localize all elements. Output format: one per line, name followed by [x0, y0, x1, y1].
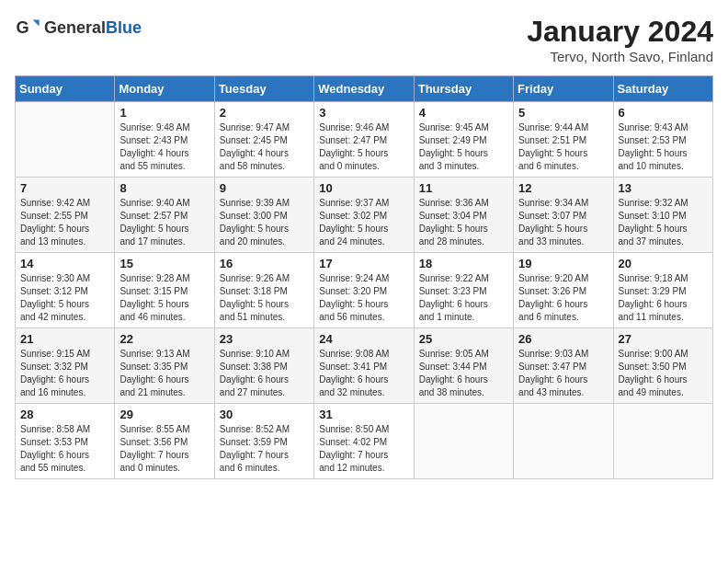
day-info: Sunrise: 9:36 AM Sunset: 3:04 PM Dayligh… — [419, 197, 508, 248]
day-info: Sunrise: 9:45 AM Sunset: 2:49 PM Dayligh… — [419, 121, 508, 173]
day-number: 13 — [619, 181, 708, 195]
calendar-week-row: 1Sunrise: 9:48 AM Sunset: 2:43 PM Daylig… — [16, 102, 713, 178]
calendar-cell: 19Sunrise: 9:20 AM Sunset: 3:26 PM Dayli… — [514, 253, 613, 328]
day-number: 21 — [20, 332, 109, 346]
day-info: Sunrise: 9:32 AM Sunset: 3:10 PM Dayligh… — [619, 197, 708, 248]
day-info: Sunrise: 9:18 AM Sunset: 3:29 PM Dayligh… — [619, 272, 708, 324]
calendar-week-row: 14Sunrise: 9:30 AM Sunset: 3:12 PM Dayli… — [16, 253, 713, 328]
day-info: Sunrise: 9:13 AM Sunset: 3:35 PM Dayligh… — [119, 348, 209, 399]
day-number: 9 — [220, 181, 309, 195]
calendar-cell: 21Sunrise: 9:15 AM Sunset: 3:32 PM Dayli… — [16, 328, 115, 404]
day-number: 5 — [518, 106, 608, 120]
calendar-cell: 28Sunrise: 8:58 AM Sunset: 3:53 PM Dayli… — [16, 404, 115, 479]
day-number: 23 — [220, 332, 309, 346]
day-info: Sunrise: 9:30 AM Sunset: 3:12 PM Dayligh… — [20, 272, 109, 324]
calendar-cell — [16, 102, 115, 178]
day-number: 4 — [419, 106, 508, 120]
calendar-body: 1Sunrise: 9:48 AM Sunset: 2:43 PM Daylig… — [16, 102, 713, 479]
day-info: Sunrise: 8:55 AM Sunset: 3:56 PM Dayligh… — [119, 423, 209, 475]
day-of-week-header: Sunday — [16, 76, 115, 102]
day-info: Sunrise: 9:20 AM Sunset: 3:26 PM Dayligh… — [518, 272, 608, 324]
day-number: 1 — [119, 106, 209, 120]
day-number: 12 — [518, 181, 608, 195]
calendar-cell: 23Sunrise: 9:10 AM Sunset: 3:38 PM Dayli… — [214, 328, 313, 404]
day-number: 11 — [419, 181, 508, 195]
day-number: 17 — [319, 257, 408, 270]
day-number: 3 — [319, 106, 408, 120]
day-info: Sunrise: 9:15 AM Sunset: 3:32 PM Dayligh… — [20, 348, 109, 399]
day-number: 2 — [220, 106, 309, 120]
day-number: 27 — [619, 332, 708, 346]
day-number: 10 — [319, 181, 408, 195]
calendar-header-row: SundayMondayTuesdayWednesdayThursdayFrid… — [16, 76, 713, 102]
month-title: January 2024 — [527, 15, 713, 49]
calendar-cell: 16Sunrise: 9:26 AM Sunset: 3:18 PM Dayli… — [214, 253, 313, 328]
calendar-cell: 8Sunrise: 9:40 AM Sunset: 2:57 PM Daylig… — [115, 178, 214, 253]
day-number: 18 — [419, 257, 508, 270]
day-of-week-header: Thursday — [414, 76, 513, 102]
day-of-week-header: Wednesday — [314, 76, 414, 102]
calendar-week-row: 21Sunrise: 9:15 AM Sunset: 3:32 PM Dayli… — [16, 328, 713, 404]
day-info: Sunrise: 9:43 AM Sunset: 2:53 PM Dayligh… — [619, 121, 708, 173]
day-of-week-header: Saturday — [613, 76, 712, 102]
calendar-cell: 30Sunrise: 8:52 AM Sunset: 3:59 PM Dayli… — [214, 404, 313, 479]
day-info: Sunrise: 9:47 AM Sunset: 2:45 PM Dayligh… — [220, 121, 309, 173]
day-number: 14 — [20, 257, 109, 270]
calendar-cell: 20Sunrise: 9:18 AM Sunset: 3:29 PM Dayli… — [613, 253, 712, 328]
svg-text:G: G — [16, 18, 28, 37]
day-info: Sunrise: 9:05 AM Sunset: 3:44 PM Dayligh… — [419, 348, 508, 399]
day-number: 28 — [20, 408, 109, 421]
calendar-cell: 22Sunrise: 9:13 AM Sunset: 3:35 PM Dayli… — [115, 328, 214, 404]
day-of-week-header: Friday — [514, 76, 613, 102]
calendar-cell: 18Sunrise: 9:22 AM Sunset: 3:23 PM Dayli… — [414, 253, 513, 328]
day-number: 16 — [220, 257, 309, 270]
logo-text-general: General — [44, 18, 106, 37]
day-info: Sunrise: 9:08 AM Sunset: 3:41 PM Dayligh… — [319, 348, 408, 399]
day-number: 15 — [119, 257, 209, 270]
day-info: Sunrise: 9:28 AM Sunset: 3:15 PM Dayligh… — [119, 272, 209, 324]
calendar-cell: 6Sunrise: 9:43 AM Sunset: 2:53 PM Daylig… — [613, 102, 712, 178]
calendar-cell — [414, 404, 513, 479]
day-info: Sunrise: 9:26 AM Sunset: 3:18 PM Dayligh… — [220, 272, 309, 324]
day-info: Sunrise: 9:03 AM Sunset: 3:47 PM Dayligh… — [518, 348, 608, 399]
day-number: 20 — [619, 257, 708, 270]
day-info: Sunrise: 8:52 AM Sunset: 3:59 PM Dayligh… — [220, 423, 309, 475]
day-info: Sunrise: 9:00 AM Sunset: 3:50 PM Dayligh… — [619, 348, 708, 399]
calendar-week-row: 28Sunrise: 8:58 AM Sunset: 3:53 PM Dayli… — [16, 404, 713, 479]
day-info: Sunrise: 9:46 AM Sunset: 2:47 PM Dayligh… — [319, 121, 408, 173]
logo-icon: G — [15, 15, 40, 40]
day-number: 25 — [419, 332, 508, 346]
calendar-cell: 29Sunrise: 8:55 AM Sunset: 3:56 PM Dayli… — [115, 404, 214, 479]
day-number: 30 — [220, 408, 309, 421]
calendar-cell: 1Sunrise: 9:48 AM Sunset: 2:43 PM Daylig… — [115, 102, 214, 178]
calendar-cell: 3Sunrise: 9:46 AM Sunset: 2:47 PM Daylig… — [314, 102, 414, 178]
day-info: Sunrise: 8:50 AM Sunset: 4:02 PM Dayligh… — [319, 423, 408, 475]
day-info: Sunrise: 9:37 AM Sunset: 3:02 PM Dayligh… — [319, 197, 408, 248]
calendar-cell: 13Sunrise: 9:32 AM Sunset: 3:10 PM Dayli… — [613, 178, 712, 253]
day-info: Sunrise: 9:34 AM Sunset: 3:07 PM Dayligh… — [518, 197, 608, 248]
calendar-cell: 7Sunrise: 9:42 AM Sunset: 2:55 PM Daylig… — [16, 178, 115, 253]
day-number: 26 — [518, 332, 608, 346]
calendar-cell: 31Sunrise: 8:50 AM Sunset: 4:02 PM Dayli… — [314, 404, 414, 479]
day-number: 31 — [319, 408, 408, 421]
calendar-cell: 26Sunrise: 9:03 AM Sunset: 3:47 PM Dayli… — [514, 328, 613, 404]
calendar-week-row: 7Sunrise: 9:42 AM Sunset: 2:55 PM Daylig… — [16, 178, 713, 253]
calendar-cell: 15Sunrise: 9:28 AM Sunset: 3:15 PM Dayli… — [115, 253, 214, 328]
day-info: Sunrise: 9:40 AM Sunset: 2:57 PM Dayligh… — [119, 197, 209, 248]
day-number: 19 — [518, 257, 608, 270]
location-title: Tervo, North Savo, Finland — [527, 49, 713, 64]
day-info: Sunrise: 9:24 AM Sunset: 3:20 PM Dayligh… — [319, 272, 408, 324]
calendar-cell: 17Sunrise: 9:24 AM Sunset: 3:20 PM Dayli… — [314, 253, 414, 328]
calendar-cell: 14Sunrise: 9:30 AM Sunset: 3:12 PM Dayli… — [16, 253, 115, 328]
calendar-cell: 9Sunrise: 9:39 AM Sunset: 3:00 PM Daylig… — [214, 178, 313, 253]
calendar-cell: 4Sunrise: 9:45 AM Sunset: 2:49 PM Daylig… — [414, 102, 513, 178]
day-number: 29 — [119, 408, 209, 421]
logo-text-blue: Blue — [106, 18, 142, 37]
day-info: Sunrise: 9:48 AM Sunset: 2:43 PM Dayligh… — [119, 121, 209, 173]
calendar-cell: 2Sunrise: 9:47 AM Sunset: 2:45 PM Daylig… — [214, 102, 313, 178]
calendar-table: SundayMondayTuesdayWednesdayThursdayFrid… — [15, 75, 713, 479]
day-number: 7 — [20, 181, 109, 195]
day-info: Sunrise: 8:58 AM Sunset: 3:53 PM Dayligh… — [20, 423, 109, 475]
calendar-cell — [613, 404, 712, 479]
day-info: Sunrise: 9:44 AM Sunset: 2:51 PM Dayligh… — [518, 121, 608, 173]
